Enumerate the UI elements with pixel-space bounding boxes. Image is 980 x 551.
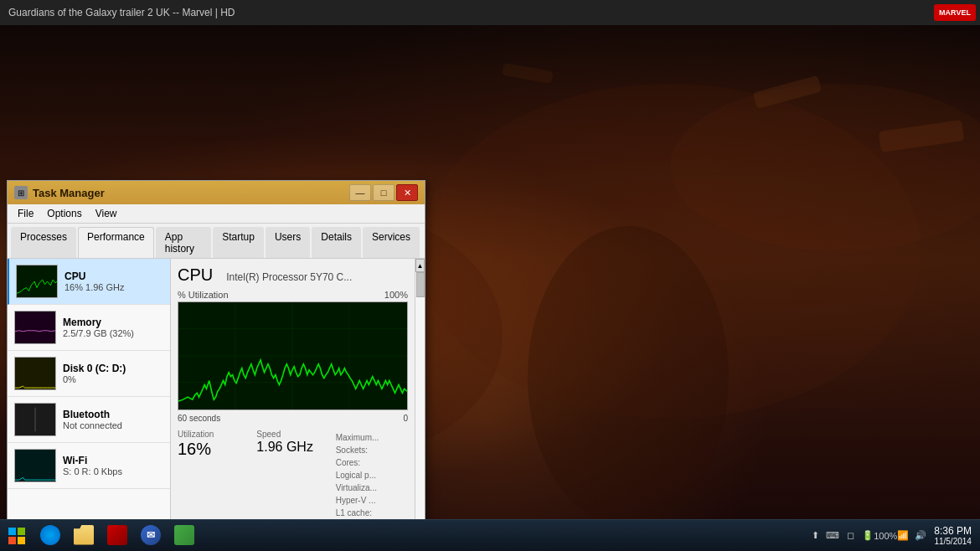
menu-view[interactable]: View (89, 206, 124, 221)
cpu-details-panel: CPU Intel(R) Processor 5Y70 C... % Utili… (171, 259, 415, 543)
memory-resource-name: Memory (63, 317, 163, 328)
windows-logo (8, 528, 25, 544)
volume-icon[interactable]: 🔊 (914, 529, 927, 543)
stat-utilization: Utilization 16% (178, 430, 250, 512)
app3-icon (107, 525, 127, 545)
start-button[interactable] (0, 520, 34, 552)
network-icon[interactable]: 📶 (896, 529, 910, 543)
resource-item-bluetooth[interactable]: Bluetooth Not connected (8, 397, 170, 443)
disk-resource-name: Disk 0 (C: D:) (63, 363, 163, 374)
resource-item-disk[interactable]: Disk 0 (C: D:) 0% (8, 351, 170, 397)
taskbar: ✉ ⬆ ⌨ ◻ 🔋 100% 📶 🔊 8:36 PM 11/5/2014 (0, 519, 980, 551)
taskbar-app-3[interactable] (101, 520, 134, 552)
scrollbar[interactable]: ▲ ▼ (415, 259, 425, 543)
cpu-resource-name: CPU (64, 270, 163, 282)
tray-icon-1[interactable]: ⬆ (808, 529, 822, 543)
tab-bar: Processes Performance App history Startu… (8, 224, 425, 259)
app4-icon: ✉ (141, 525, 161, 545)
tab-services[interactable]: Services (363, 227, 420, 258)
taskbar-right: ⬆ ⌨ ◻ 🔋 100% 📶 🔊 8:36 PM 11/5/2014 (808, 525, 980, 546)
ie-icon (40, 525, 60, 545)
l1cache-label: L1 cache: (336, 508, 408, 518)
bluetooth-resource-value: Not connected (63, 420, 163, 430)
disk-resource-info: Disk 0 (C: D:) 0% (63, 363, 163, 384)
resource-item-cpu[interactable]: CPU 16% 1.96 GHz (8, 259, 170, 305)
time-60s-label: 60 seconds (178, 414, 220, 423)
resource-list: CPU 16% 1.96 GHz Memory 2.5/7.9 GB (32%) (8, 259, 171, 543)
task-manager-titlebar: ⊞ Task Manager — □ ✕ (8, 181, 425, 204)
cpu-mini-graph (16, 265, 58, 298)
battery-percent: 100% (879, 529, 892, 543)
system-tray-icons: ⬆ ⌨ ◻ 🔋 100% 📶 🔊 (808, 529, 927, 543)
taskbar-app-4[interactable]: ✉ (134, 520, 168, 552)
task-manager-icon: ⊞ (14, 186, 28, 199)
task-manager-window: ⊞ Task Manager — □ ✕ File Options View P… (7, 180, 426, 551)
scroll-thumb[interactable] (416, 272, 425, 297)
taskbar-app-ie[interactable] (34, 520, 67, 552)
app5-icon (174, 525, 194, 545)
cpu-main-label: CPU (178, 265, 213, 285)
tab-startup[interactable]: Startup (213, 227, 264, 258)
utilization-max: 100% (384, 290, 408, 300)
resource-item-wifi[interactable]: Wi-Fi S: 0 R: 0 Kbps (8, 443, 170, 489)
window-controls: — □ ✕ (349, 184, 418, 201)
task-manager-body: CPU 16% 1.96 GHz Memory 2.5/7.9 GB (32%) (8, 259, 425, 543)
chart-time-labels: 60 seconds 0 (178, 414, 408, 423)
memory-resource-info: Memory 2.5/7.9 GB (32%) (63, 317, 163, 338)
menu-options[interactable]: Options (40, 206, 88, 221)
minimize-button[interactable]: — (349, 184, 371, 201)
logical-label: Logical p... (336, 471, 408, 480)
menu-file[interactable]: File (11, 206, 40, 221)
taskbar-app-folder[interactable] (67, 520, 101, 552)
disk-resource-value: 0% (63, 374, 163, 384)
tab-app-history[interactable]: App history (156, 227, 212, 258)
svg-point-3 (528, 226, 729, 519)
bluetooth-mini-graph (14, 403, 56, 436)
tab-performance[interactable]: Performance (78, 227, 154, 258)
cores-label: Cores: (336, 458, 408, 467)
cpu-resource-info: CPU 16% 1.96 GHz (64, 270, 163, 292)
maximize-button[interactable]: □ (373, 184, 395, 201)
folder-icon (74, 525, 94, 545)
memory-resource-value: 2.5/7.9 GB (32%) (63, 328, 163, 338)
hyperv-label: Hyper-V ... (336, 496, 408, 505)
virtualization-label: Virtualiza... (336, 483, 408, 492)
wifi-resource-info: Wi-Fi S: 0 R: 0 Kbps (63, 455, 163, 476)
tab-processes[interactable]: Processes (11, 227, 76, 258)
taskbar-apps: ✉ (34, 520, 201, 552)
youtube-logo: MARVEL (934, 4, 976, 21)
taskbar-app-5[interactable] (168, 520, 201, 552)
time-0-label: 0 (403, 414, 408, 423)
bluetooth-resource-name: Bluetooth (63, 409, 163, 420)
cpu-chart (178, 301, 408, 410)
menu-bar: File Options View (8, 204, 425, 224)
resource-item-memory[interactable]: Memory 2.5/7.9 GB (32%) (8, 305, 170, 351)
page-title: Guardians of the Galaxy trailer 2 UK -- … (8, 7, 235, 18)
utilization-labels: % Utilization 100% (178, 290, 408, 300)
wifi-resource-value: S: 0 R: 0 Kbps (63, 466, 163, 476)
cpu-model-label: Intel(R) Processor 5Y70 C... (226, 271, 352, 283)
tab-users[interactable]: Users (266, 227, 310, 258)
svg-rect-5 (502, 63, 554, 84)
stat-maximum-col: Maximum... Sockets: Cores: Logical p... … (336, 430, 408, 518)
speed-stat-label: Speed (256, 430, 328, 439)
memory-mini-graph (14, 311, 56, 344)
close-button[interactable]: ✕ (396, 184, 418, 201)
scroll-up-button[interactable]: ▲ (415, 259, 425, 272)
tray-icon-2[interactable]: ◻ (843, 529, 857, 543)
cpu-header: CPU Intel(R) Processor 5Y70 C... (178, 265, 408, 285)
taskbar-clock[interactable]: 8:36 PM 11/5/2014 (934, 525, 972, 546)
speed-stat-value: 1.96 GHz (256, 439, 328, 455)
browser-titlebar: Guardians of the Galaxy trailer 2 UK -- … (0, 0, 980, 25)
maximum-label: Maximum... (336, 433, 408, 442)
wifi-resource-name: Wi-Fi (63, 455, 163, 466)
wifi-mini-graph (14, 449, 56, 482)
task-manager-title: Task Manager (33, 187, 349, 199)
cpu-resource-value: 16% 1.96 GHz (64, 282, 163, 292)
keyboard-icon[interactable]: ⌨ (826, 529, 839, 543)
scroll-track[interactable] (415, 272, 425, 530)
clock-time: 8:36 PM (934, 525, 972, 537)
disk-mini-graph (14, 357, 56, 390)
tab-details[interactable]: Details (312, 227, 361, 258)
battery-icon[interactable]: 🔋 (861, 529, 874, 543)
